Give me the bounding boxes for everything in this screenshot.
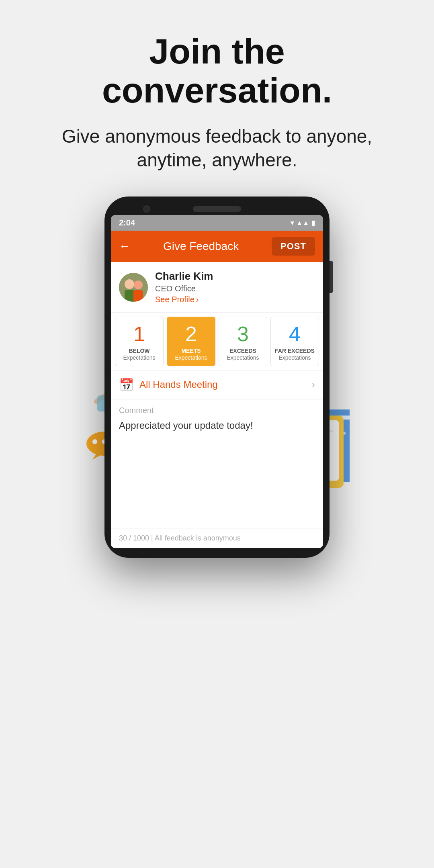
phone-volume-button (330, 261, 333, 293)
meeting-row[interactable]: 📅 All Hands Meeting › (111, 371, 323, 399)
signal-icon: ▲▲ (296, 219, 309, 227)
profile-row: Charlie Kim CEO Office See Profile › (111, 262, 323, 313)
rating-card-1[interactable]: 1 BELOW Expectations (115, 317, 164, 366)
screen-footer: 30 / 1000 | All feedback is anonymous (111, 528, 323, 548)
meeting-info: 📅 All Hands Meeting (119, 378, 218, 392)
rating-label-bottom-1: Expectations (119, 354, 160, 361)
phone-camera (143, 205, 150, 213)
status-icons: ▾ ▲▲ ▮ (291, 219, 315, 227)
back-button[interactable]: ← (119, 240, 130, 253)
rating-number-3: 3 (222, 323, 264, 344)
svg-rect-38 (133, 290, 143, 302)
meeting-chevron-icon: › (312, 379, 315, 390)
comment-section[interactable]: Comment Appreciated your update today! (111, 399, 323, 528)
post-button[interactable]: POST (272, 237, 315, 256)
header-title: Give Feedback (163, 240, 239, 253)
rating-card-2[interactable]: 2 MEETS Expectations (167, 317, 215, 366)
meeting-label: All Hands Meeting (139, 379, 218, 390)
comment-placeholder: Comment (119, 406, 315, 415)
phone-screen: 2:04 ▾ ▲▲ ▮ ← Give Feedback POST (111, 215, 323, 548)
wifi-icon: ▾ (291, 219, 294, 227)
rating-number-4: 4 (274, 323, 315, 344)
see-profile-link[interactable]: See Profile › (155, 295, 213, 304)
rating-label-top-2: MEETS (170, 348, 212, 354)
svg-rect-36 (125, 290, 134, 302)
rating-label-bottom-2: Expectations (170, 354, 212, 361)
status-time: 2:04 (119, 218, 135, 227)
svg-point-35 (125, 279, 134, 289)
avatar (119, 273, 148, 302)
rating-number-1: 1 (119, 323, 160, 344)
rating-card-4[interactable]: 4 FAR EXCEEDS Expectations (270, 317, 319, 366)
profile-chevron-icon: › (196, 295, 199, 304)
rating-label-bottom-3: Expectations (222, 354, 264, 361)
rating-label-top-3: EXCEEDS (222, 348, 264, 354)
phone-container: 2:04 ▾ ▲▲ ▮ ← Give Feedback POST (100, 197, 334, 558)
phone-speaker (193, 206, 241, 212)
rating-section: 1 BELOW Expectations 2 MEETS Expectation… (111, 313, 323, 371)
hero-title: Join the conversation. (56, 32, 378, 110)
calendar-icon: 📅 (119, 378, 134, 392)
status-bar: 2:04 ▾ ▲▲ ▮ (111, 215, 323, 231)
rating-number-2: 2 (170, 323, 212, 344)
profile-role: CEO Office (155, 284, 213, 293)
page-wrapper: Join the conversation. Give anonymous fe… (0, 0, 434, 868)
rating-label-bottom-4: Expectations (274, 354, 315, 361)
footer-text: 30 / 1000 | All feedback is anonymous (119, 534, 241, 542)
rating-card-3[interactable]: 3 EXCEEDS Expectations (219, 317, 267, 366)
rating-label-top-4: FAR EXCEEDS (274, 348, 315, 354)
profile-name: Charlie Kim (155, 270, 213, 283)
phone-shell: 2:04 ▾ ▲▲ ▮ ← Give Feedback POST (104, 197, 330, 558)
hero-subtitle: Give anonymous feedback to anyone, anyti… (52, 125, 382, 173)
phone-top-bar (111, 206, 323, 212)
battery-icon: ▮ (311, 219, 315, 227)
comment-text: Appreciated your update today! (119, 420, 315, 431)
app-header: ← Give Feedback POST (111, 231, 323, 262)
profile-info: Charlie Kim CEO Office See Profile › (155, 270, 213, 304)
svg-point-37 (134, 280, 143, 289)
rating-label-top-1: BELOW (119, 348, 160, 354)
